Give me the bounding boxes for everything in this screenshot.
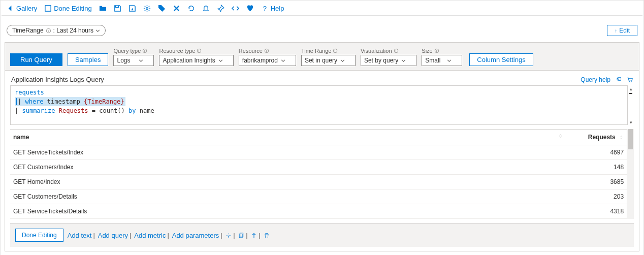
- timerange-pill[interactable]: TimeRange i : Last 24 hours: [7, 25, 106, 36]
- time-range-label: Time Range: [301, 48, 332, 54]
- time-range-group: Time Rangei Set in query: [301, 48, 356, 66]
- svg-text:i: i: [436, 49, 437, 52]
- visualization-group: Visualizationi Set by query: [361, 48, 416, 66]
- samples-button[interactable]: Samples: [68, 53, 109, 66]
- gallery-button[interactable]: Gallery: [7, 5, 37, 12]
- query-editor[interactable]: requests | where timestamp {TimeRange} |…: [10, 85, 628, 125]
- time-range-select[interactable]: Set in query: [301, 55, 356, 66]
- chevron-down-icon: [340, 58, 345, 63]
- svg-text:i: i: [335, 49, 335, 52]
- table-row[interactable]: GET Home/Index3685: [10, 175, 627, 189]
- col-name-header[interactable]: name: [10, 130, 566, 145]
- info-icon: i: [434, 48, 439, 53]
- delete-icon[interactable]: [264, 233, 270, 239]
- table-row[interactable]: GET ServiceTickets/Details4318: [10, 204, 627, 219]
- footer-done-editing-button[interactable]: Done Editing: [15, 229, 63, 242]
- column-settings-button[interactable]: Column Settings: [469, 53, 533, 66]
- top-toolbar: Gallery Done Editing ? Help: [2, 2, 642, 16]
- timerange-pill-label: TimeRange: [12, 27, 44, 34]
- undo-icon[interactable]: [187, 5, 195, 12]
- cart-icon[interactable]: [627, 77, 633, 83]
- move-up-icon[interactable]: [251, 233, 257, 239]
- svg-text:i: i: [199, 49, 199, 52]
- cell-name: GET ServiceTickets/Index: [10, 145, 566, 160]
- edit-label: Edit: [619, 27, 630, 34]
- cell-name: GET Home/Index: [10, 175, 566, 189]
- scrollbar-thumb[interactable]: [628, 129, 633, 149]
- resource-group: Resourcei fabrikamprod: [239, 48, 296, 66]
- back-icon: [7, 5, 14, 12]
- svg-text:i: i: [266, 49, 267, 52]
- cell-name: GET Customers/Index: [10, 160, 566, 175]
- cell-requests: 203: [566, 189, 627, 204]
- visualization-label: Visualization: [361, 48, 392, 54]
- open-icon[interactable]: [99, 5, 107, 12]
- chevron-down-icon: [139, 58, 143, 63]
- svg-rect-0: [45, 6, 51, 11]
- chevron-down-icon: [401, 58, 406, 63]
- query-block: Run Query Samples Query typei Logs Resou…: [5, 42, 639, 251]
- table-scrollbar[interactable]: [627, 129, 634, 219]
- gear-icon[interactable]: [226, 233, 232, 239]
- table-row[interactable]: GET Customers/Details203: [10, 189, 627, 204]
- size-select[interactable]: Small: [422, 55, 462, 66]
- col-requests-header[interactable]: Requests: [566, 130, 627, 145]
- code-icon[interactable]: [232, 5, 239, 12]
- run-query-button[interactable]: Run Query: [10, 53, 62, 66]
- cell-requests: 4318: [566, 204, 627, 219]
- settings-icon[interactable]: [143, 5, 151, 12]
- resource-select[interactable]: fabrikamprod: [239, 55, 296, 66]
- svg-text:i: i: [48, 29, 48, 32]
- add-metric-link[interactable]: Add metric: [134, 232, 166, 239]
- table-row[interactable]: GET Customers/Index148: [10, 160, 627, 175]
- resource-label: Resource: [239, 48, 263, 54]
- heart-icon[interactable]: [246, 5, 254, 12]
- save-icon[interactable]: [114, 5, 121, 12]
- svg-point-19: [631, 81, 632, 82]
- add-query-link[interactable]: Add query: [98, 232, 128, 239]
- add-parameters-link[interactable]: Add parameters: [172, 232, 219, 239]
- params-bar: TimeRange i : Last 24 hours ↑ Edit: [2, 16, 642, 39]
- resource-type-label: Resource type: [159, 48, 195, 54]
- help-icon: ?: [261, 5, 269, 12]
- chevron-down-icon: [218, 58, 223, 63]
- clear-icon[interactable]: [173, 5, 180, 12]
- tag-icon[interactable]: [158, 5, 166, 12]
- query-header: Run Query Samples Query typei Logs Resou…: [5, 43, 639, 71]
- svg-point-18: [629, 81, 630, 82]
- scroll-down-icon[interactable]: ▾: [630, 120, 632, 125]
- up-arrow-icon: ↑: [615, 28, 617, 34]
- copy-icon[interactable]: [238, 233, 244, 239]
- results-table-wrap: name Requests GET ServiceTickets/Index46…: [10, 129, 634, 219]
- cell-requests: 4697: [566, 145, 627, 160]
- cell-name: GET Customers/Details: [10, 189, 566, 204]
- info-icon: i: [264, 48, 269, 53]
- editor-scroll-gutter: ▴ ▾: [628, 85, 634, 125]
- alert-icon[interactable]: [202, 5, 210, 12]
- done-editing-button[interactable]: Done Editing: [44, 5, 91, 12]
- scroll-handle[interactable]: [629, 93, 632, 94]
- info-icon: i: [142, 48, 147, 53]
- results-table: name Requests GET ServiceTickets/Index46…: [10, 129, 627, 219]
- chevron-down-icon: [447, 58, 452, 63]
- svg-text:i: i: [144, 49, 145, 52]
- external-link-icon: [616, 77, 622, 83]
- edit-button[interactable]: ↑ Edit: [607, 25, 637, 36]
- help-button[interactable]: ? Help: [261, 5, 284, 12]
- table-row[interactable]: GET ServiceTickets/Index4697: [10, 145, 627, 160]
- resource-type-select[interactable]: Application Insights: [159, 55, 233, 66]
- query-type-group: Query typei Logs: [113, 48, 154, 66]
- block-footer: Done Editing Add text| Add query| Add me…: [10, 223, 634, 247]
- svg-rect-17: [618, 77, 621, 80]
- scroll-up-icon[interactable]: ▴: [630, 86, 632, 91]
- visualization-select[interactable]: Set by query: [361, 55, 416, 66]
- query-type-select[interactable]: Logs: [113, 55, 154, 66]
- svg-text:i: i: [396, 49, 396, 52]
- footer-links: Add text| Add query| Add metric| Add par…: [68, 232, 270, 239]
- done-editing-label: Done Editing: [54, 5, 91, 12]
- add-text-link[interactable]: Add text: [68, 232, 92, 239]
- pin-icon[interactable]: [217, 5, 224, 12]
- size-label: Size: [422, 48, 432, 54]
- query-help-link[interactable]: Query help: [581, 76, 610, 83]
- save-as-icon[interactable]: [128, 5, 136, 12]
